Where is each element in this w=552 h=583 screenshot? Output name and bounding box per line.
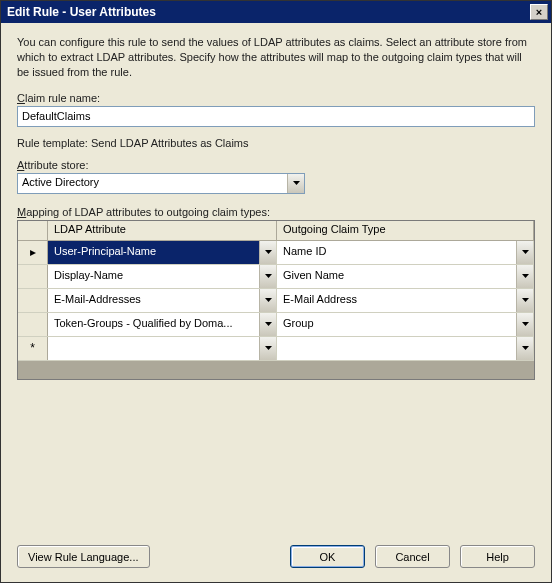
claim-type-cell[interactable]: Group bbox=[277, 313, 534, 336]
chevron-down-icon[interactable] bbox=[516, 289, 533, 312]
ok-button[interactable]: OK bbox=[290, 545, 365, 568]
ldap-attribute-cell[interactable]: Token-Groups - Qualified by Doma... bbox=[48, 313, 277, 336]
svg-marker-3 bbox=[265, 274, 272, 278]
chevron-down-icon[interactable] bbox=[516, 337, 533, 360]
claim-type-cell[interactable]: E-Mail Address bbox=[277, 289, 534, 312]
claim-type-value bbox=[277, 337, 516, 360]
row-marker: * bbox=[18, 337, 48, 360]
row-marker: ▸ bbox=[18, 241, 48, 264]
mapping-label: Mapping of LDAP attributes to outgoing c… bbox=[17, 206, 535, 218]
svg-marker-10 bbox=[522, 346, 529, 350]
rule-name-label: Claim rule name: bbox=[17, 92, 535, 104]
svg-marker-2 bbox=[522, 250, 529, 254]
description-text: You can configure this rule to send the … bbox=[17, 35, 535, 80]
ldap-attribute-value: E-Mail-Addresses bbox=[48, 289, 259, 312]
chevron-down-icon[interactable] bbox=[259, 289, 276, 312]
claim-type-value: Group bbox=[277, 313, 516, 336]
view-rule-language-button[interactable]: View Rule Language... bbox=[17, 545, 150, 568]
claim-type-value: Name ID bbox=[277, 241, 516, 264]
table-row[interactable]: * bbox=[18, 337, 534, 361]
rule-name-input[interactable] bbox=[17, 106, 535, 127]
ldap-attribute-cell[interactable] bbox=[48, 337, 277, 360]
svg-marker-0 bbox=[293, 181, 300, 185]
claim-type-value: E-Mail Address bbox=[277, 289, 516, 312]
chevron-down-icon[interactable] bbox=[259, 313, 276, 336]
window-title: Edit Rule - User Attributes bbox=[7, 5, 156, 19]
button-bar: View Rule Language... OK Cancel Help bbox=[17, 545, 535, 568]
attribute-store-label: Attribute store: bbox=[17, 159, 535, 171]
ldap-attribute-value bbox=[48, 337, 259, 360]
ldap-attribute-cell[interactable]: E-Mail-Addresses bbox=[48, 289, 277, 312]
row-marker bbox=[18, 313, 48, 336]
ldap-attribute-cell[interactable]: Display-Name bbox=[48, 265, 277, 288]
claim-type-cell[interactable] bbox=[277, 337, 534, 360]
svg-marker-8 bbox=[522, 322, 529, 326]
grid-header: LDAP Attribute Outgoing Claim Type bbox=[18, 221, 534, 241]
column-header-ldap[interactable]: LDAP Attribute bbox=[48, 221, 277, 241]
dialog-body: You can configure this rule to send the … bbox=[1, 23, 551, 396]
attribute-store-select[interactable]: Active Directory bbox=[17, 173, 305, 194]
chevron-down-icon[interactable] bbox=[259, 337, 276, 360]
grid-footer-pad bbox=[18, 361, 534, 379]
row-marker bbox=[18, 265, 48, 288]
svg-marker-1 bbox=[265, 250, 272, 254]
table-row[interactable]: ▸User-Principal-NameName ID bbox=[18, 241, 534, 265]
table-row[interactable]: Display-NameGiven Name bbox=[18, 265, 534, 289]
row-marker bbox=[18, 289, 48, 312]
chevron-down-icon[interactable] bbox=[259, 241, 276, 264]
ldap-attribute-cell[interactable]: User-Principal-Name bbox=[48, 241, 277, 264]
svg-marker-5 bbox=[265, 298, 272, 302]
help-button[interactable]: Help bbox=[460, 545, 535, 568]
mapping-grid: LDAP Attribute Outgoing Claim Type ▸User… bbox=[17, 220, 535, 380]
chevron-down-icon[interactable] bbox=[516, 265, 533, 288]
ldap-attribute-value: User-Principal-Name bbox=[48, 241, 259, 264]
table-row[interactable]: Token-Groups - Qualified by Doma...Group bbox=[18, 313, 534, 337]
table-row[interactable]: E-Mail-AddressesE-Mail Address bbox=[18, 289, 534, 313]
claim-type-cell[interactable]: Name ID bbox=[277, 241, 534, 264]
ldap-attribute-value: Token-Groups - Qualified by Doma... bbox=[48, 313, 259, 336]
close-icon[interactable]: × bbox=[530, 4, 548, 20]
claim-type-value: Given Name bbox=[277, 265, 516, 288]
chevron-down-icon[interactable] bbox=[259, 265, 276, 288]
title-bar: Edit Rule - User Attributes × bbox=[1, 1, 551, 23]
chevron-down-icon[interactable] bbox=[516, 241, 533, 264]
claim-type-cell[interactable]: Given Name bbox=[277, 265, 534, 288]
svg-marker-7 bbox=[265, 322, 272, 326]
chevron-down-icon[interactable] bbox=[287, 174, 304, 193]
rule-template-text: Rule template: Send LDAP Attributes as C… bbox=[17, 137, 535, 149]
ldap-attribute-value: Display-Name bbox=[48, 265, 259, 288]
grid-corner bbox=[18, 221, 48, 241]
cancel-button[interactable]: Cancel bbox=[375, 545, 450, 568]
chevron-down-icon[interactable] bbox=[516, 313, 533, 336]
svg-marker-4 bbox=[522, 274, 529, 278]
svg-marker-6 bbox=[522, 298, 529, 302]
svg-marker-9 bbox=[265, 346, 272, 350]
column-header-claim[interactable]: Outgoing Claim Type bbox=[277, 221, 534, 241]
attribute-store-value: Active Directory bbox=[18, 174, 287, 193]
